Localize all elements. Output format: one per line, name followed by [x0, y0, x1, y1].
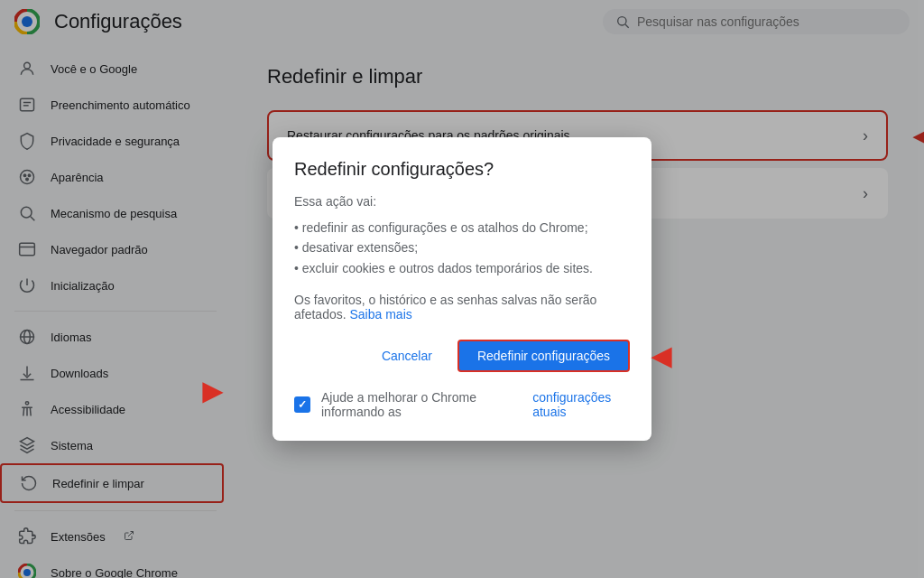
checkbox-link[interactable]: configurações atuais [532, 390, 630, 419]
checkbox-text: Ajude a melhorar o Chrome informando as [321, 390, 522, 419]
dialog-overlay: Redefinir configurações? Essa ação vai: … [0, 0, 924, 578]
dialog-title: Redefinir configurações? [294, 159, 630, 180]
dialog-note: Os favoritos, o histórico e as senhas sa… [294, 293, 630, 322]
bullet-3: • excluir cookies e outros dados temporá… [294, 258, 630, 278]
dialog-note-text: Os favoritos, o histórico e as senhas sa… [294, 293, 596, 322]
checkmark-icon: ✓ [298, 398, 307, 411]
bullet-2: • desativar extensões; [294, 238, 630, 257]
learn-more-link[interactable]: Saiba mais [350, 307, 412, 322]
cancel-button[interactable]: Cancelar [364, 340, 450, 372]
arrow-annotation-button: ◀ [651, 341, 671, 371]
dialog-checkbox-row: ✓ Ajude a melhorar o Chrome informando a… [294, 390, 630, 419]
dialog-buttons: Cancelar Redefinir configurações ◀ [294, 340, 630, 372]
reset-button[interactable]: Redefinir configurações [457, 340, 630, 372]
help-checkbox[interactable]: ✓ [294, 396, 310, 413]
dialog-body: • redefinir as configurações e os atalho… [294, 218, 630, 278]
bullet-1: • redefinir as configurações e os atalho… [294, 218, 630, 238]
dialog-subtitle: Essa ação vai: [294, 194, 630, 209]
reset-dialog: Redefinir configurações? Essa ação vai: … [273, 137, 651, 441]
